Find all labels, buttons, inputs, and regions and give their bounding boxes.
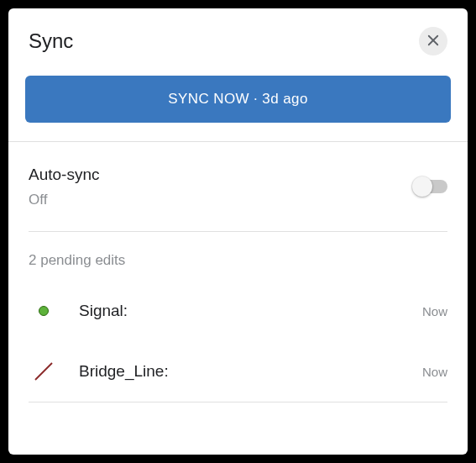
autosync-title: Auto-sync (29, 164, 99, 187)
edit-label: Bridge_Line: (79, 362, 422, 381)
pending-edit-row[interactable]: Bridge_Line: Now (8, 341, 468, 402)
divider (29, 402, 447, 402)
toggle-knob (412, 176, 432, 197)
autosync-text: Auto-sync Off (29, 164, 99, 209)
autosync-status: Off (29, 190, 99, 210)
close-icon (426, 33, 441, 50)
autosync-row: Auto-sync Off (8, 142, 468, 231)
panel-title: Sync (29, 29, 73, 53)
sync-now-button[interactable]: SYNC NOW · 3d ago (25, 76, 451, 123)
close-button[interactable] (419, 27, 447, 55)
sync-panel: Sync SYNC NOW · 3d ago Auto-sync Off 2 p… (8, 8, 468, 455)
edit-label: Signal: (79, 302, 422, 320)
line-icon (29, 356, 59, 387)
sync-button-row: SYNC NOW · 3d ago (8, 71, 468, 141)
edit-time: Now (422, 304, 447, 318)
panel-header: Sync (8, 8, 468, 71)
point-icon (29, 296, 59, 326)
edit-time: Now (422, 365, 447, 379)
autosync-toggle[interactable] (414, 180, 447, 193)
svg-line-2 (35, 363, 52, 380)
pending-edits-summary: 2 pending edits (8, 232, 468, 281)
pending-edit-row[interactable]: Signal: Now (8, 281, 468, 341)
